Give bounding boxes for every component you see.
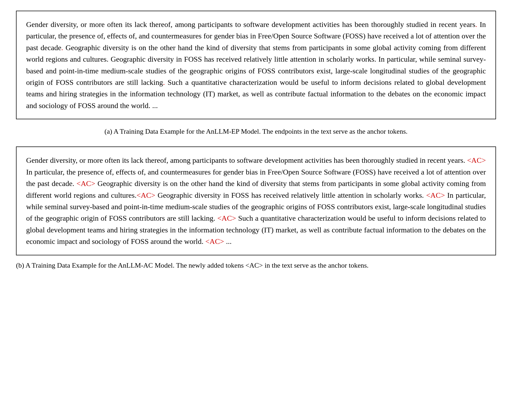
caption-b: (b) A Training Data Example for the AnLL… bbox=[16, 260, 496, 271]
ac-token-1: <AC> bbox=[467, 156, 486, 164]
box-a-text: Gender diversity, or more often its lack… bbox=[26, 19, 486, 111]
ac-token-2: <AC> bbox=[77, 179, 95, 188]
figure-container: Gender diversity, or more often its lack… bbox=[16, 11, 496, 271]
red-period-3: . bbox=[163, 78, 165, 86]
ac-token-4: <AC> bbox=[426, 191, 445, 199]
box-b: Gender diversity, or more often its lack… bbox=[16, 146, 496, 255]
ac-token-3: <AC> bbox=[137, 191, 155, 199]
ac-token-6: <AC> bbox=[205, 237, 224, 245]
box-b-text: Gender diversity, or more often its lack… bbox=[26, 154, 486, 247]
red-period-2: . bbox=[61, 43, 63, 52]
ac-token-5: <AC> bbox=[217, 214, 236, 222]
red-period-1: . bbox=[475, 20, 477, 29]
caption-a: (a) A Training Data Example for the AnLL… bbox=[16, 124, 496, 139]
box-a: Gender diversity, or more often its lack… bbox=[16, 11, 496, 119]
